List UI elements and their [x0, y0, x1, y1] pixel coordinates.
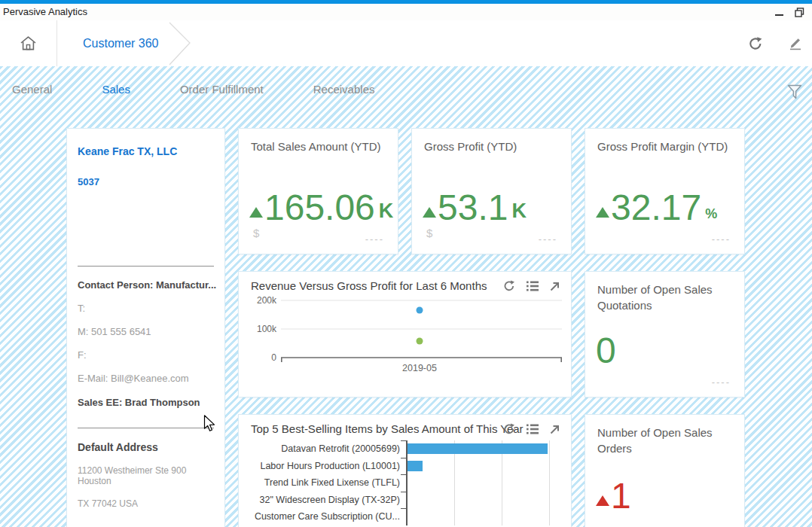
- bar-row: Trend Link Fixed Lixense (TLFL): [239, 474, 572, 492]
- kpi-gross-profit[interactable]: Gross Profit (YTD) $ 53.1 K ----: [411, 128, 572, 254]
- tab-general[interactable]: General: [12, 81, 52, 97]
- tab-order-fulfillment[interactable]: Order Fulfillment: [180, 81, 264, 97]
- kpi-title: Number of Open Sales Quotations: [585, 272, 744, 314]
- kpi-footer-dashes: ----: [539, 233, 557, 245]
- revenue-point: [417, 307, 423, 314]
- kpi-scale: %: [705, 206, 717, 222]
- bar-chart: Datavan Retrofit (20005699) Labor Hours …: [239, 440, 572, 525]
- home-icon: [20, 35, 37, 51]
- bar-category-label: Trend Link Fixed Lixense (TLFL): [239, 474, 406, 492]
- bar-category-label: Datavan Retrofit (20005699): [239, 440, 406, 458]
- kpi-value: 0: [596, 334, 616, 368]
- fax: F:: [78, 349, 214, 361]
- kpi-unit: $: [253, 227, 259, 239]
- filter-icon[interactable]: [786, 84, 803, 102]
- gross-profit-point: [417, 338, 423, 345]
- trend-up-icon: [249, 207, 263, 218]
- bar: [408, 443, 548, 454]
- kpi-footer-dashes: ----: [712, 233, 731, 245]
- chart-title: Top 5 Best-Selling Items by Sales Amount…: [251, 422, 524, 435]
- edit-pencil-icon[interactable]: [788, 36, 803, 51]
- bar-row: Datavan Retrofit (20005699): [239, 440, 572, 458]
- kpi-scale: K: [379, 200, 394, 223]
- breadcrumb[interactable]: Customer 360: [83, 20, 159, 66]
- kpi-value: $ 53.1 K: [423, 190, 527, 225]
- minimize-icon[interactable]: [775, 5, 784, 19]
- bar-category-label: Labor Hours Production (L10001): [239, 458, 406, 475]
- kpi-footer-dashes: ----: [365, 233, 384, 245]
- refresh-icon[interactable]: [747, 35, 764, 52]
- bar-row: Customer Care Subscription (CU...: [239, 508, 572, 525]
- customer-info-card: Keane Frac TX, LLC 5037 Contact Person: …: [66, 128, 225, 527]
- default-address-title: Default Address: [78, 441, 214, 453]
- app-title: Pervasive Analytics: [3, 6, 87, 17]
- legend-list-icon[interactable]: [526, 280, 539, 292]
- tab-strip: General Sales Order Fulfillment Receivab…: [12, 81, 374, 97]
- email: E-Mail: Bill@Keanee.com: [78, 373, 214, 384]
- revenue-vs-gross-profit-card[interactable]: Revenue Versus Gross Profit for Last 6 M…: [238, 271, 572, 398]
- kpi-number: 165.06: [264, 190, 375, 225]
- tab-receivables[interactable]: Receivables: [313, 81, 375, 97]
- bar-row: 32" Widescreen Display (TX-32P): [239, 492, 572, 509]
- refresh-icon[interactable]: [502, 279, 516, 293]
- kpi-number: 0: [596, 334, 616, 368]
- kpi-number: 53.1: [438, 190, 508, 225]
- kpi-title: Gross Profit Margin (YTD): [585, 129, 744, 154]
- x-tick-label: 2019-05: [402, 363, 437, 373]
- divider: [78, 266, 214, 267]
- bar-row: Labor Hours Production (L10001): [239, 458, 572, 475]
- chart-title: Revenue Versus Gross Profit for Last 6 M…: [251, 279, 487, 292]
- expand-icon[interactable]: [549, 424, 560, 435]
- customer-number[interactable]: 5037: [78, 176, 214, 187]
- kpi-total-sales-amount[interactable]: Total Sales Amount (YTD) $ 165.06 K ----: [238, 128, 398, 254]
- page-header: Customer 360: [0, 20, 812, 67]
- refresh-icon[interactable]: [502, 422, 516, 436]
- kpi-unit: $: [426, 227, 432, 239]
- y-tick-0: 0: [271, 352, 276, 363]
- tab-sales[interactable]: Sales: [102, 81, 130, 97]
- breadcrumb-chevron-icon: [169, 20, 194, 66]
- divider: [78, 428, 214, 428]
- top5-items-card[interactable]: Top 5 Best-Selling Items by Sales Amount…: [238, 414, 572, 527]
- bar-category-label: 32" Widescreen Display (TX-32P): [239, 492, 406, 509]
- mobile: M: 501 555 6541: [78, 326, 214, 337]
- y-tick-100k: 100k: [257, 324, 277, 334]
- kpi-value: $ 165.06 K: [249, 190, 393, 225]
- trend-up-icon: [423, 207, 436, 218]
- telephone: T:: [78, 303, 214, 314]
- kpi-title: Number of Open Sales Orders: [585, 415, 744, 457]
- home-button[interactable]: [0, 20, 57, 66]
- expand-icon[interactable]: [549, 281, 560, 292]
- kpi-footer-dashes: ----: [712, 376, 731, 388]
- kpi-open-sales-orders[interactable]: Number of Open Sales Orders 1: [585, 414, 745, 527]
- kpi-value: 1: [596, 479, 631, 513]
- titlebar: Pervasive Analytics: [0, 4, 812, 21]
- trend-up-icon: [596, 207, 609, 218]
- trend-up-icon: [596, 495, 609, 506]
- bar: [408, 461, 423, 471]
- kpi-number: 1: [611, 479, 631, 513]
- contact-person: Contact Person: Manufactur...: [78, 279, 214, 291]
- kpi-scale: K: [511, 200, 527, 223]
- kpi-title: Gross Profit (YTD): [412, 129, 571, 154]
- y-tick-200k: 200k: [257, 295, 277, 306]
- sales-employee: Sales EE: Brad Thompson: [78, 397, 214, 408]
- restore-icon[interactable]: [795, 8, 804, 17]
- address-line-2: TX 77042 USA: [78, 498, 214, 509]
- kpi-number: 32.17: [611, 190, 701, 225]
- bar-category-label: Customer Care Subscription (CU...: [239, 508, 406, 525]
- customer-name[interactable]: Keane Frac TX, LLC: [78, 145, 214, 157]
- scatter-chart: 200k 100k 0 2019-05: [239, 294, 572, 379]
- address-line-1: 11200 Westheimer Ste 900 Houston: [78, 465, 214, 486]
- kpi-title: Total Sales Amount (YTD): [239, 129, 398, 154]
- legend-list-icon[interactable]: [526, 423, 539, 435]
- kpi-open-sales-quotations[interactable]: Number of Open Sales Quotations 0 ----: [585, 271, 745, 398]
- kpi-value: 32.17 %: [596, 190, 717, 225]
- kpi-gross-profit-margin[interactable]: Gross Profit Margin (YTD) 32.17 % ----: [585, 128, 745, 254]
